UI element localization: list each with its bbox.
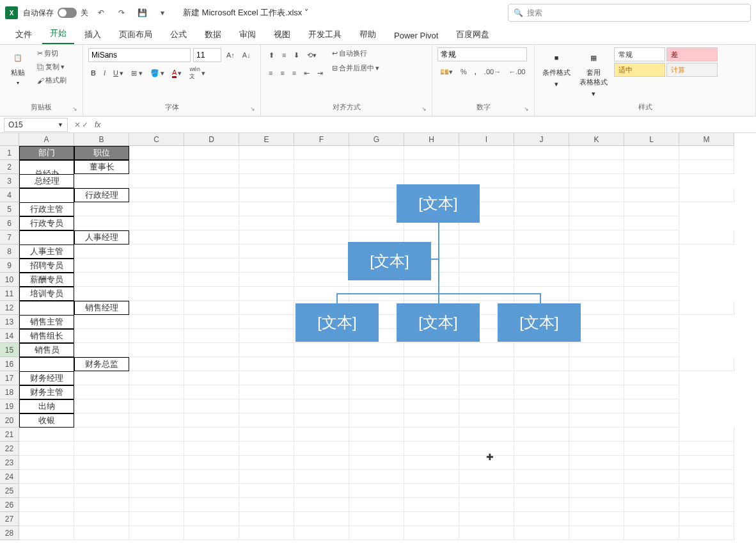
cell[interactable] [514, 146, 569, 160]
cell[interactable] [624, 371, 679, 385]
bold-button[interactable]: B [88, 68, 98, 78]
cell[interactable] [404, 470, 459, 484]
dialog-launcher-icon[interactable]: ↘ [250, 106, 255, 112]
cell[interactable] [239, 259, 294, 273]
cell[interactable] [624, 357, 679, 371]
cell[interactable] [239, 371, 294, 385]
merge-center-button[interactable]: ⊟合并后居中 ▾ [329, 62, 382, 74]
cell[interactable] [624, 174, 679, 188]
cell[interactable] [569, 399, 624, 413]
cell[interactable] [129, 174, 184, 188]
org-node-child[interactable]: [文本] [498, 303, 581, 342]
autosave-toggle[interactable]: 自动保存 关 [23, 8, 88, 19]
row-header[interactable]: 19 [0, 399, 19, 413]
cell[interactable] [404, 484, 459, 498]
cell[interactable] [624, 343, 679, 357]
cell[interactable] [19, 498, 74, 512]
cell[interactable]: 财务总监 [74, 357, 129, 371]
cell[interactable]: 行政专员 [19, 216, 74, 230]
cell[interactable] [19, 456, 74, 470]
cell[interactable] [349, 399, 404, 413]
cell[interactable] [239, 273, 294, 287]
cell[interactable] [459, 498, 514, 512]
cell[interactable]: 财务主管 [19, 385, 74, 399]
cell[interactable] [624, 188, 679, 202]
cell[interactable] [129, 484, 184, 498]
cell[interactable] [184, 244, 239, 259]
cut-button[interactable]: ✂剪切 [35, 47, 69, 60]
cell[interactable] [19, 442, 74, 456]
cell[interactable] [679, 146, 734, 160]
search-input[interactable]: 🔍 搜索 [508, 4, 751, 22]
cell[interactable] [184, 512, 239, 526]
cell[interactable] [294, 456, 349, 470]
cell[interactable] [569, 146, 624, 160]
column-header[interactable]: K [569, 133, 624, 146]
cell[interactable] [239, 343, 294, 357]
cell[interactable]: 职位 [74, 146, 129, 160]
cell[interactable] [349, 160, 404, 174]
cell[interactable] [679, 188, 734, 202]
cell[interactable] [129, 273, 184, 287]
cell[interactable] [239, 329, 294, 343]
cell[interactable] [129, 188, 184, 202]
cell[interactable] [74, 428, 129, 442]
cell[interactable] [459, 428, 514, 442]
cell[interactable] [459, 146, 514, 160]
align-right-button[interactable]: ≡ [290, 68, 299, 78]
cell[interactable] [239, 456, 294, 470]
cell[interactable] [184, 301, 239, 315]
font-color-button[interactable]: A▾ [169, 67, 184, 79]
cell[interactable] [184, 470, 239, 484]
cell[interactable] [679, 160, 734, 174]
tab-数据[interactable]: 数据 [197, 25, 229, 44]
cell[interactable] [184, 160, 239, 174]
cell[interactable] [129, 202, 184, 216]
cell[interactable] [459, 385, 514, 399]
formula-input[interactable] [104, 118, 756, 132]
cell[interactable] [294, 498, 349, 512]
cell[interactable] [239, 399, 294, 413]
cell[interactable] [239, 287, 294, 301]
cell[interactable] [624, 456, 679, 470]
cell[interactable] [129, 259, 184, 273]
cell[interactable]: 财务经理 [19, 371, 74, 385]
cell[interactable] [239, 470, 294, 484]
cell[interactable] [184, 315, 239, 329]
comma-button[interactable]: , [472, 67, 479, 77]
tab-Power Pivot[interactable]: Power Pivot [386, 27, 446, 44]
cell-style-calc[interactable]: 计算 [666, 63, 718, 77]
cell[interactable] [404, 428, 459, 442]
org-node-child[interactable]: [文本] [397, 303, 480, 342]
font-name-select[interactable] [88, 48, 191, 62]
save-button[interactable]: 💾 [134, 5, 150, 20]
column-header[interactable]: H [404, 133, 459, 146]
cell[interactable] [74, 273, 129, 287]
cell[interactable] [239, 357, 294, 371]
cell[interactable] [239, 413, 294, 428]
cell[interactable] [129, 287, 184, 301]
cell[interactable] [184, 413, 239, 428]
cell[interactable] [459, 526, 514, 540]
cell[interactable] [129, 512, 184, 526]
cell[interactable] [129, 146, 184, 160]
cell[interactable] [514, 160, 569, 174]
cell[interactable] [239, 160, 294, 174]
cell[interactable] [184, 230, 239, 244]
cell[interactable] [349, 371, 404, 385]
cell[interactable] [184, 188, 239, 202]
cell[interactable] [624, 146, 679, 160]
align-middle-button[interactable]: ≡ [280, 50, 288, 60]
cell[interactable] [74, 315, 129, 329]
cell[interactable] [184, 385, 239, 399]
cell[interactable] [679, 442, 734, 456]
org-node-assistant[interactable]: [文本] [348, 242, 431, 280]
cell[interactable] [569, 512, 624, 526]
cell[interactable] [679, 526, 734, 540]
cell[interactable] [679, 301, 734, 315]
cell[interactable] [294, 512, 349, 526]
cell[interactable] [129, 301, 184, 315]
cell[interactable] [679, 357, 734, 371]
row-header[interactable]: 2 [0, 160, 19, 174]
cell[interactable] [624, 470, 679, 484]
